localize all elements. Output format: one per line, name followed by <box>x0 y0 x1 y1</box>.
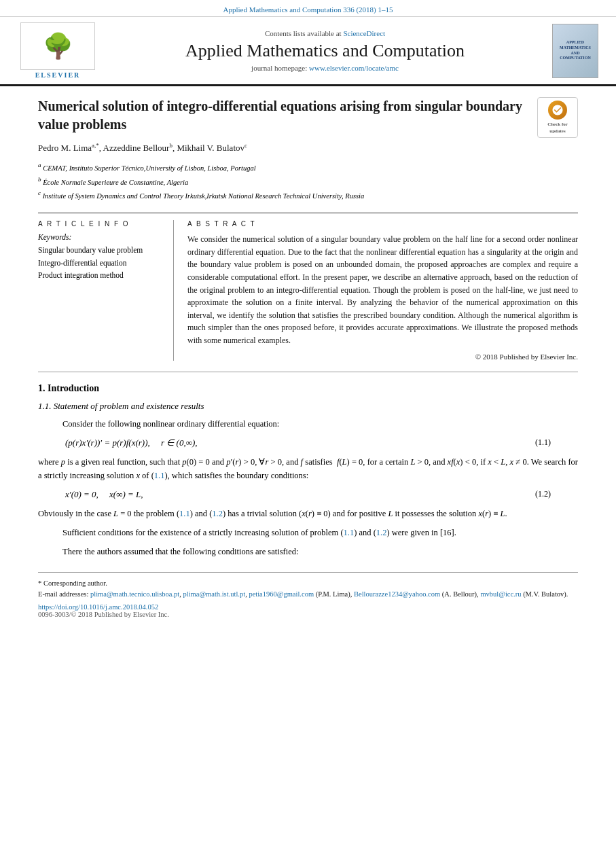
journal-header-center: Contents lists available at ScienceDirec… <box>110 22 540 79</box>
corresponding-note: * Corresponding author. <box>38 578 578 590</box>
article-info-abstract: A R T I C L E I N F O Keywords: Singular… <box>38 213 578 360</box>
elsevier-brand: ELSEVIER <box>35 71 81 79</box>
affiliation-c: c Institute of System Dynamics and Contr… <box>38 188 578 202</box>
authors-line: Pedro M. Limaa,*, Azzeddine Bellourb, Mi… <box>38 142 578 154</box>
journal-title: Applied Mathematics and Computation <box>185 40 465 61</box>
citation-text: Applied Mathematics and Computation 336 … <box>223 5 393 14</box>
equation-1-1: (p(r)x′(r))′ = p(r)f(x(r)), r ∈ (0,∞), (… <box>65 437 551 448</box>
doi-link[interactable]: https://doi.org/10.1016/j.amc.2018.04.05… <box>38 603 158 611</box>
article-info-title: A R T I C L E I N F O <box>38 220 162 228</box>
eq2-content: x′(0) = 0, x(∞) = L, <box>65 489 143 500</box>
affiliations: a CEMAT, Instituto Superior Técnico,Univ… <box>38 160 578 202</box>
issn-line: 0096-3003/© 2018 Published by Elsevier I… <box>38 611 578 618</box>
authors-assumed-text: There the authors assumed that the follo… <box>62 545 578 558</box>
eq2-number: (1.2) <box>535 489 551 499</box>
abstract-text: We consider the numerical solution of a … <box>187 233 578 346</box>
homepage-link[interactable]: www.elsevier.com/locate/amc <box>309 64 399 72</box>
abstract-column: A B S T R A C T We consider the numerica… <box>187 220 578 360</box>
elsevier-logo: 🌳 ELSEVIER <box>20 22 95 79</box>
elsevier-logo-area: 🌳 ELSEVIER <box>14 22 102 79</box>
keyword-1: Singular boundary value problem <box>38 244 162 256</box>
tree-icon: 🌳 <box>43 34 73 58</box>
citation-bar: Applied Mathematics and Computation 336 … <box>0 0 616 17</box>
sufficient-conditions-text: Sufficient conditions for the existence … <box>62 526 578 539</box>
paper-title-area: Numerical solution of integro-differenti… <box>38 97 578 134</box>
email-bellour[interactable]: Bellourazze1234@yahoo.com <box>354 590 440 598</box>
email-lima-1[interactable]: plima@math.tecnico.ulisboa.pt <box>90 590 179 598</box>
abstract-title: A B S T R A C T <box>187 220 578 228</box>
copyright-line: © 2018 Published by Elsevier Inc. <box>187 353 578 361</box>
keyword-3: Product integration method <box>38 269 162 281</box>
checkmark-icon <box>551 104 564 116</box>
equation-1-2: x′(0) = 0, x(∞) = L, (1.2) <box>65 489 551 500</box>
article-info-column: A R T I C L E I N F O Keywords: Singular… <box>38 220 174 360</box>
journal-homepage: journal homepage: www.elsevier.com/locat… <box>251 64 399 72</box>
where-text: where p is a given real function, such t… <box>38 455 578 482</box>
check-updates-badge[interactable]: Check for updates <box>537 97 578 138</box>
doi-line[interactable]: https://doi.org/10.1016/j.amc.2018.04.05… <box>38 603 578 611</box>
eq1-number: (1.1) <box>535 437 551 448</box>
section-1-header: 1. Introduction <box>38 383 578 394</box>
email-addresses: E-mail addresses: plima@math.tecnico.uli… <box>38 589 578 601</box>
keyword-2: Integro-differential equation <box>38 257 162 269</box>
check-updates-icon <box>548 101 567 120</box>
journal-thumbnail: APPLIED MATHEMATICS AND COMPUTATION <box>552 24 598 78</box>
affiliation-a: a CEMAT, Instituto Superior Técnico,Univ… <box>38 160 578 174</box>
check-updates-label: Check for updates <box>547 122 568 135</box>
trivial-text: Obviously in the case L = 0 the problem … <box>38 507 578 520</box>
journal-thumbnail-area: APPLIED MATHEMATICS AND COMPUTATION <box>548 22 602 79</box>
email-lima-3[interactable]: petia1960@gmail.com <box>249 590 314 598</box>
section-divider <box>38 372 578 372</box>
email-bulatov[interactable]: mvbul@icc.ru <box>480 590 521 598</box>
keywords-label: Keywords: <box>38 233 162 241</box>
paper-body: Numerical solution of integro-differenti… <box>0 86 616 632</box>
affiliation-b: b École Normale Superieure de Constantin… <box>38 175 578 188</box>
paper-title-text: Numerical solution of integro-differenti… <box>38 99 522 132</box>
section-intro-text: Consider the following nonlinear ordinar… <box>62 417 578 431</box>
footnote-section: * Corresponding author. E-mail addresses… <box>38 572 578 619</box>
email-lima-2[interactable]: plima@math.ist.utl.pt <box>183 590 246 598</box>
journal-thumb-text: APPLIED MATHEMATICS AND COMPUTATION <box>556 40 595 61</box>
logo-box: 🌳 <box>20 22 95 70</box>
sciencedirect-link[interactable]: ScienceDirect <box>343 29 385 37</box>
eq1-content: (p(r)x′(r))′ = p(r)f(x(r)), r ∈ (0,∞), <box>65 437 197 448</box>
journal-header: 🌳 ELSEVIER Contents lists available at S… <box>0 17 616 86</box>
subsection-1-1-header: 1.1. Statement of problem and existence … <box>38 401 578 412</box>
contents-available: Contents lists available at ScienceDirec… <box>265 29 385 37</box>
